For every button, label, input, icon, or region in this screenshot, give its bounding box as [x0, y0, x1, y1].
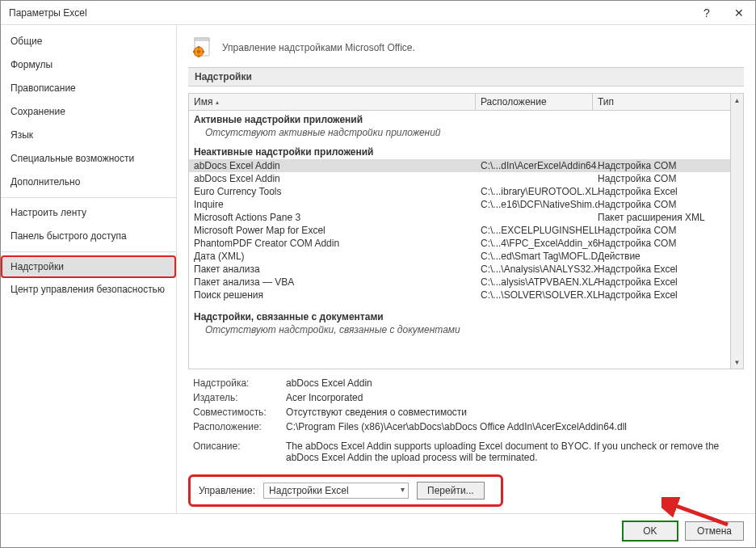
sidebar-item-proofing[interactable]: Правописание	[1, 77, 176, 100]
detail-publisher-value: Acer Incorporated	[286, 392, 739, 403]
sidebar-item-accessibility[interactable]: Специальные возможности	[1, 147, 176, 171]
addin-name: Euro Currency Tools	[194, 186, 481, 197]
sidebar-separator-1	[1, 197, 176, 198]
scroll-up-icon[interactable]: ▲	[731, 94, 743, 107]
addin-location	[481, 173, 598, 184]
svg-rect-1	[195, 38, 209, 40]
sidebar-separator-2	[1, 251, 176, 252]
manage-label: Управление:	[199, 485, 255, 496]
addin-location: C:\...\SOLVER\SOLVER.XLAM	[481, 289, 598, 301]
sidebar: Общие Формулы Правописание Сохранение Яз…	[1, 25, 177, 513]
detail-location-label: Расположение:	[193, 421, 286, 432]
addin-type: Надстройка Excel	[598, 263, 725, 275]
addins-column-headers: Имя ▴ Расположение Тип	[189, 94, 730, 111]
addin-row[interactable]: Euro Currency Tools C:\...ibrary\EUROTOO…	[189, 185, 730, 198]
addin-row[interactable]: abDocs Excel Addin Надстройка COM	[189, 172, 730, 185]
addin-row[interactable]: Пакет анализа — VBA C:\...alysis\ATPVBAE…	[189, 276, 730, 289]
addin-location: C:\...ed\Smart Tag\MOFL.DLL	[481, 251, 598, 262]
addin-row[interactable]: PhantomPDF Creator COM Addin C:\...4\FPC…	[189, 237, 730, 250]
scroll-down-icon[interactable]: ▼	[731, 356, 743, 369]
addin-row[interactable]: Дата (XML) C:\...ed\Smart Tag\MOFL.DLL Д…	[189, 250, 730, 263]
addins-scrollbar[interactable]: ▲ ▼	[730, 94, 743, 369]
sidebar-item-formulas[interactable]: Формулы	[1, 53, 176, 77]
addin-type: Действие	[598, 251, 725, 262]
detail-location-value: C:\Program Files (x86)\Acer\abDocs\abDoc…	[286, 421, 739, 432]
column-header-type[interactable]: Тип	[593, 94, 730, 110]
dialog-footer: OK Отмена	[1, 513, 755, 547]
addin-row[interactable]: abDocs Excel Addin C:\...dIn\AcerExcelAd…	[189, 159, 730, 172]
detail-desc-value: The abDocs Excel Addin supports uploadin…	[286, 441, 739, 463]
addin-type: Надстройка Excel	[598, 186, 725, 197]
sidebar-item-addins[interactable]: Надстройки	[1, 255, 176, 278]
column-header-name-label: Имя	[194, 96, 212, 107]
ok-button-label: OK	[643, 525, 657, 537]
sidebar-item-customize-ribbon[interactable]: Настроить ленту	[1, 201, 176, 225]
addin-name: Пакет анализа — VBA	[194, 276, 481, 288]
addin-row[interactable]: Пакет анализа C:\...\Analysis\ANALYS32.X…	[189, 263, 730, 276]
detail-addin-value: abDocs Excel Addin	[286, 377, 739, 389]
addin-name: Microsoft Actions Pane 3	[194, 212, 481, 223]
addin-row[interactable]: Microsoft Power Map for Excel C:\...EXCE…	[189, 224, 730, 237]
addin-name: Поиск решения	[194, 289, 481, 301]
addins-icon	[191, 36, 214, 59]
svg-rect-4	[198, 46, 200, 48]
detail-compat-label: Совместимость:	[193, 407, 286, 418]
group-doc-empty: Отсутствуют надстройки, связанные с доку…	[189, 324, 730, 340]
svg-point-3	[197, 50, 200, 53]
addin-location	[481, 212, 598, 223]
sidebar-item-general[interactable]: Общие	[1, 30, 176, 53]
ok-button[interactable]: OK	[622, 521, 678, 542]
sidebar-item-advanced[interactable]: Дополнительно	[1, 171, 176, 194]
titlebar: Параметры Excel ? ✕	[1, 1, 755, 25]
column-header-name[interactable]: Имя ▴	[189, 94, 476, 110]
manage-select[interactable]: Надстройки Excel	[263, 483, 409, 499]
addin-row[interactable]: Inquire C:\...e16\DCF\NativeShim.dll Над…	[189, 198, 730, 211]
detail-publisher-label: Издатель:	[193, 392, 286, 403]
group-active-title: Активные надстройки приложений	[189, 111, 730, 127]
sidebar-item-save[interactable]: Сохранение	[1, 100, 176, 124]
addin-row[interactable]: Microsoft Actions Pane 3 Пакет расширени…	[189, 211, 730, 224]
section-label-addins: Надстройки	[188, 67, 744, 86]
addin-name: abDocs Excel Addin	[194, 173, 481, 184]
cancel-button[interactable]: Отмена	[685, 521, 744, 541]
addin-location: C:\...\Analysis\ANALYS32.XLL	[481, 263, 598, 275]
detail-addin-label: Надстройка:	[193, 377, 286, 389]
addin-location: C:\...EXCELPLUGINSHELL.DLL	[481, 225, 598, 236]
manage-select-value: Надстройки Excel	[269, 485, 349, 496]
window-title: Параметры Excel	[9, 7, 691, 19]
go-button[interactable]: Перейти...	[417, 482, 485, 500]
cancel-button-label: Отмена	[697, 525, 732, 537]
svg-rect-7	[202, 51, 204, 53]
addin-type: Надстройка COM	[598, 238, 725, 249]
addin-type: Надстройка COM	[598, 199, 725, 210]
sort-icon: ▴	[216, 99, 219, 106]
content-heading-text: Управление надстройками Microsoft Office…	[222, 42, 415, 53]
sidebar-item-trust-center[interactable]: Центр управления безопасностью	[1, 278, 176, 301]
go-button-label: Перейти...	[427, 485, 474, 496]
close-button[interactable]: ✕	[723, 1, 755, 25]
addin-name: abDocs Excel Addin	[194, 160, 481, 171]
help-button[interactable]: ?	[691, 1, 723, 25]
addin-details: Надстройка: abDocs Excel Addin Издатель:…	[188, 374, 744, 466]
group-doc-title: Надстройки, связанные с документами	[189, 308, 730, 324]
addin-row[interactable]: Поиск решения C:\...\SOLVER\SOLVER.XLAM …	[189, 289, 730, 301]
addin-name: Microsoft Power Map for Excel	[194, 225, 481, 236]
detail-compat-value: Отсутствуют сведения о совместимости	[286, 407, 739, 418]
addin-name: Inquire	[194, 199, 481, 210]
group-active-empty: Отсутствуют активные надстройки приложен…	[189, 127, 730, 143]
addin-location: C:\...ibrary\EUROTOOL.XLAM	[481, 186, 598, 197]
addin-location: C:\...e16\DCF\NativeShim.dll	[481, 199, 598, 210]
addin-type: Пакет расширения XML	[598, 212, 725, 223]
content-heading: Управление надстройками Microsoft Office…	[188, 33, 744, 67]
addin-location: C:\...alysis\ATPVBAEN.XLAM	[481, 276, 598, 288]
group-inactive-title: Неактивные надстройки приложений	[189, 143, 730, 159]
svg-rect-6	[193, 51, 195, 53]
addin-name: PhantomPDF Creator COM Addin	[194, 238, 481, 249]
sidebar-item-language[interactable]: Язык	[1, 124, 176, 147]
addin-name: Дата (XML)	[194, 251, 481, 262]
column-header-location[interactable]: Расположение	[476, 94, 593, 110]
addin-location: C:\...4\FPC_ExcelAddin_x64.dll	[481, 238, 598, 249]
addin-type: Надстройка COM	[598, 160, 725, 171]
main: Общие Формулы Правописание Сохранение Яз…	[1, 25, 755, 513]
sidebar-item-quick-access[interactable]: Панель быстрого доступа	[1, 225, 176, 248]
